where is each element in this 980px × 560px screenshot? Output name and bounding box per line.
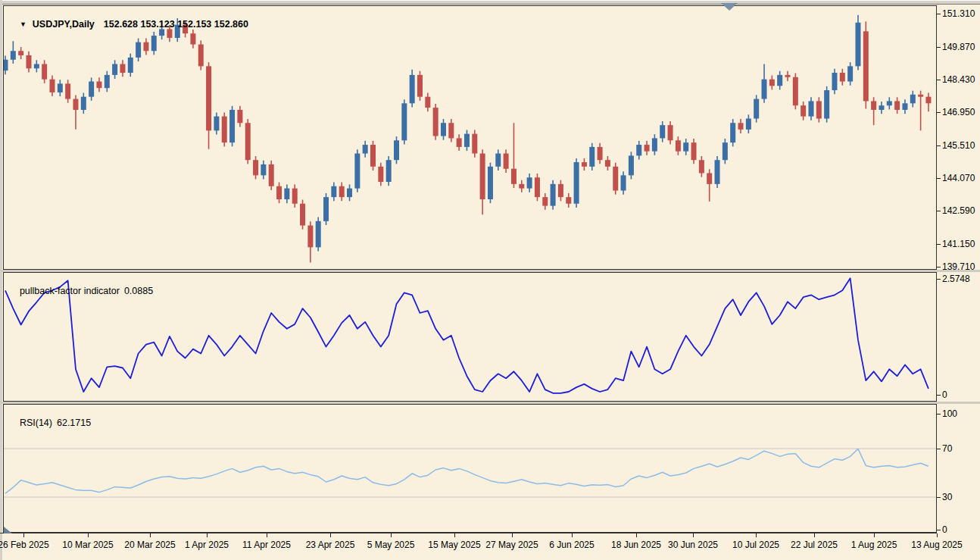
time-axis-tick-dash xyxy=(814,533,815,537)
window-left-edge xyxy=(0,0,2,560)
candle xyxy=(785,75,791,77)
candle xyxy=(801,105,806,116)
time-axis-label: 10 Mar 2025 xyxy=(62,540,113,550)
candle xyxy=(816,101,822,118)
candle xyxy=(292,189,298,204)
candle xyxy=(613,167,618,191)
candle xyxy=(26,55,31,68)
candle xyxy=(629,155,634,175)
candle xyxy=(441,123,446,136)
candle xyxy=(354,154,360,189)
price-axis-label: 149.870 xyxy=(942,42,975,52)
candle xyxy=(269,164,274,186)
time-axis-label: 15 May 2025 xyxy=(428,540,480,550)
price-axis-tick-dash xyxy=(937,47,941,48)
pullback-indicator-panel[interactable]: pullback-factor indicator0.0885 xyxy=(3,272,937,402)
candle xyxy=(222,117,227,143)
candle xyxy=(887,101,892,105)
candle xyxy=(331,186,336,197)
candle xyxy=(112,64,117,75)
candle xyxy=(871,101,876,110)
candle xyxy=(660,125,665,138)
candle xyxy=(18,51,23,55)
time-axis-label: 1 Aug 2025 xyxy=(851,540,897,550)
candle xyxy=(636,145,641,155)
candle xyxy=(824,90,829,118)
candle xyxy=(410,75,415,103)
candle xyxy=(261,164,266,175)
rsi-axis-label: 70 xyxy=(942,443,952,454)
indicator-axis-label: 2.5748 xyxy=(942,274,970,284)
time-axis-label: 23 Apr 2025 xyxy=(306,540,355,550)
candle xyxy=(519,184,524,189)
time-axis-tick-dash xyxy=(330,533,331,537)
candle xyxy=(511,169,517,184)
candle xyxy=(81,97,86,110)
candle xyxy=(42,64,47,80)
price-axis-label: 139.710 xyxy=(942,261,975,272)
candle xyxy=(863,31,869,101)
candle xyxy=(245,123,251,160)
time-axis-label: 20 Mar 2025 xyxy=(124,540,175,550)
rsi-axis-label: 0 xyxy=(942,524,947,535)
time-axis-tick-dash xyxy=(512,533,513,537)
candle xyxy=(394,140,399,160)
candle xyxy=(723,142,728,160)
candle xyxy=(847,66,853,81)
candle xyxy=(65,83,70,99)
candle xyxy=(11,51,16,60)
indicator-value: 0.0885 xyxy=(124,286,153,296)
candle xyxy=(894,101,900,110)
candle xyxy=(363,145,368,154)
time-axis-tick-dash xyxy=(150,533,151,537)
rsi-axis-tick-dash xyxy=(937,530,941,530)
rsi-line xyxy=(5,449,929,493)
indicator-axis-label: 0 xyxy=(942,389,947,400)
candle xyxy=(401,103,407,140)
symbol-dropdown-icon[interactable]: ▼ xyxy=(20,20,27,28)
window-top-edge xyxy=(0,0,980,5)
rsi-axis-label: 30 xyxy=(942,492,952,502)
candle xyxy=(668,125,673,140)
candle xyxy=(652,138,657,151)
candle xyxy=(457,138,462,147)
candle xyxy=(198,45,204,67)
rsi-line-canvas[interactable] xyxy=(4,405,936,532)
candle xyxy=(58,83,63,92)
candle xyxy=(644,145,650,152)
indicator-axis-tick-dash xyxy=(937,395,941,396)
time-axis-label: 22 Jul 2025 xyxy=(791,540,838,550)
candle xyxy=(73,99,78,110)
candle xyxy=(323,197,329,221)
price-axis-label: 145.510 xyxy=(942,140,975,151)
candle xyxy=(762,80,767,99)
candle xyxy=(120,64,125,74)
candle xyxy=(253,160,258,175)
indicator-name-label: pullback-factor indicator xyxy=(20,286,120,296)
candle xyxy=(918,95,923,97)
chart-shift-marker-icon[interactable] xyxy=(721,3,738,11)
candle xyxy=(488,167,493,199)
candle xyxy=(746,118,751,129)
candle xyxy=(542,197,548,206)
rsi-value: 62.1715 xyxy=(57,418,91,428)
price-axis-label: 146.950 xyxy=(942,107,975,117)
candle xyxy=(89,82,94,97)
candle xyxy=(558,184,563,197)
price-axis-tick-dash xyxy=(937,211,941,211)
rsi-indicator-panel[interactable]: RSI(14)62.1715 xyxy=(3,404,937,533)
price-axis-label: 141.150 xyxy=(942,239,975,249)
price-axis-tick-dash xyxy=(937,80,941,80)
rsi-axis-tick-dash xyxy=(937,497,941,498)
candle xyxy=(910,95,916,104)
price-chart-panel[interactable]: ▼USDJPY,Daily152.628 153.123 152.153 152… xyxy=(3,5,937,270)
candle xyxy=(237,110,242,123)
candle xyxy=(206,66,211,130)
time-axis-label: 1 Apr 2025 xyxy=(185,540,229,550)
candle xyxy=(730,123,735,142)
price-axis-tick-dash xyxy=(937,178,941,179)
candle xyxy=(4,60,8,70)
candle xyxy=(699,160,704,173)
candle xyxy=(386,160,392,182)
candlestick-canvas[interactable] xyxy=(4,6,936,269)
